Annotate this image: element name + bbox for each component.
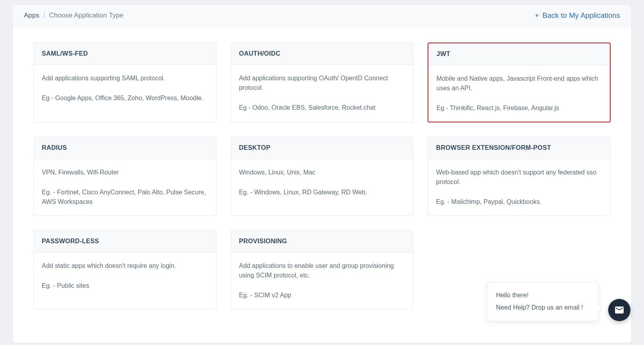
breadcrumb-separator: / bbox=[43, 12, 45, 19]
help-bubble[interactable]: Hello there! Need Help? Drop us an email… bbox=[487, 282, 598, 321]
breadcrumb-apps-link[interactable]: Apps bbox=[24, 12, 39, 19]
card-desktop[interactable]: DESKTOP Windows, Linux, Unix, Mac Eg. - … bbox=[231, 137, 414, 216]
card-title: PASSWORD-LESS bbox=[42, 238, 208, 245]
arrow-left-icon bbox=[535, 13, 540, 18]
breadcrumb-current: Choose Application Type bbox=[49, 12, 123, 19]
card-browser-extension[interactable]: BROWSER EXTENSION/FORM-POST Web-based ap… bbox=[428, 137, 611, 216]
help-line2: Need Help? Drop us an email ! bbox=[496, 302, 589, 314]
card-oauth-oidc[interactable]: OAUTH/OIDC Add applications supporting O… bbox=[231, 43, 414, 122]
card-body: Mobile and Native apps, Javascript Front… bbox=[428, 65, 610, 122]
card-title: JWT bbox=[436, 50, 602, 58]
card-title: OAUTH/OIDC bbox=[239, 50, 405, 57]
help-line1: Hello there! bbox=[496, 289, 589, 301]
card-example: Eg. - Public sites bbox=[42, 281, 208, 291]
card-header: BROWSER EXTENSION/FORM-POST bbox=[428, 137, 610, 159]
card-title: SAML/WS-FED bbox=[42, 50, 208, 57]
card-example: Eg. - SCIM v2 App bbox=[239, 291, 405, 300]
card-desc: Add applications to enable user and grou… bbox=[239, 261, 405, 280]
card-desc: Add applications supporting OAuth/ OpenI… bbox=[239, 74, 405, 93]
help-fab-button[interactable] bbox=[608, 299, 630, 321]
card-desc: Mobile and Native apps, Javascript Front… bbox=[436, 74, 602, 93]
card-body: Add applications to enable user and grou… bbox=[231, 252, 413, 309]
card-title: RADIUS bbox=[42, 144, 208, 151]
card-desc: Windows, Linux, Unix, Mac bbox=[239, 168, 405, 177]
card-header: PROVISIONING bbox=[231, 231, 413, 252]
card-example: Eg. - Windows, Linux, RD Gateway, RD Web… bbox=[239, 188, 405, 197]
card-example: Eg - Thinkific, React.js, Firebase, Angu… bbox=[436, 103, 602, 113]
card-body: VPN, Firewalls, Wifi-Router Eg. - Fortin… bbox=[34, 159, 216, 215]
card-title: PROVISIONING bbox=[239, 238, 405, 245]
card-body: Add applications supporting OAuth/ OpenI… bbox=[231, 65, 413, 121]
card-header: DESKTOP bbox=[231, 137, 413, 159]
card-provisioning[interactable]: PROVISIONING Add applications to enable … bbox=[231, 230, 414, 309]
app-type-grid: SAML/WS-FED Add applications supporting … bbox=[33, 43, 611, 309]
card-desc: Add applications supporting SAML protoco… bbox=[42, 74, 208, 83]
card-example: Eg - Odoo, Oracle EBS, Salesforce, Rocke… bbox=[239, 103, 405, 112]
card-header: OAUTH/OIDC bbox=[231, 43, 413, 65]
card-example: Eg. - Mailchimp, Paypal, Quickbooks. bbox=[436, 197, 602, 207]
mail-icon bbox=[614, 305, 625, 315]
card-radius[interactable]: RADIUS VPN, Firewalls, Wifi-Router Eg. -… bbox=[33, 137, 216, 216]
card-body: Add static apps which doesn't require an… bbox=[34, 252, 216, 299]
card-desc: Web-based app which doesn't support any … bbox=[436, 168, 602, 187]
back-link-label: Back to My Applications bbox=[543, 11, 620, 20]
card-example: Eg - Google Apps, Office 365, Zoho, Word… bbox=[42, 93, 208, 103]
panel-header: Apps / Choose Application Type Back to M… bbox=[13, 5, 631, 27]
card-desc: VPN, Firewalls, Wifi-Router bbox=[42, 168, 208, 177]
card-header: PASSWORD-LESS bbox=[34, 231, 216, 252]
card-title: BROWSER EXTENSION/FORM-POST bbox=[436, 144, 602, 151]
card-header: JWT bbox=[428, 43, 610, 65]
card-passwordless[interactable]: PASSWORD-LESS Add static apps which does… bbox=[33, 230, 216, 309]
card-body: Add applications supporting SAML protoco… bbox=[34, 65, 216, 112]
card-title: DESKTOP bbox=[239, 144, 405, 151]
card-header: SAML/WS-FED bbox=[34, 43, 216, 65]
card-desc: Add static apps which doesn't require an… bbox=[42, 261, 208, 271]
back-to-applications-link[interactable]: Back to My Applications bbox=[535, 11, 620, 20]
card-body: Web-based app which doesn't support any … bbox=[428, 159, 610, 215]
card-example: Eg. - Fortinet, Cisco AnyConnect, Palo A… bbox=[42, 188, 208, 207]
card-body: Windows, Linux, Unix, Mac Eg. - Windows,… bbox=[231, 159, 413, 206]
card-jwt[interactable]: JWT Mobile and Native apps, Javascript F… bbox=[428, 43, 611, 122]
card-header: RADIUS bbox=[34, 137, 216, 159]
card-saml-wsfed[interactable]: SAML/WS-FED Add applications supporting … bbox=[33, 43, 216, 122]
breadcrumb: Apps / Choose Application Type bbox=[24, 12, 123, 19]
content-area: SAML/WS-FED Add applications supporting … bbox=[13, 27, 631, 325]
